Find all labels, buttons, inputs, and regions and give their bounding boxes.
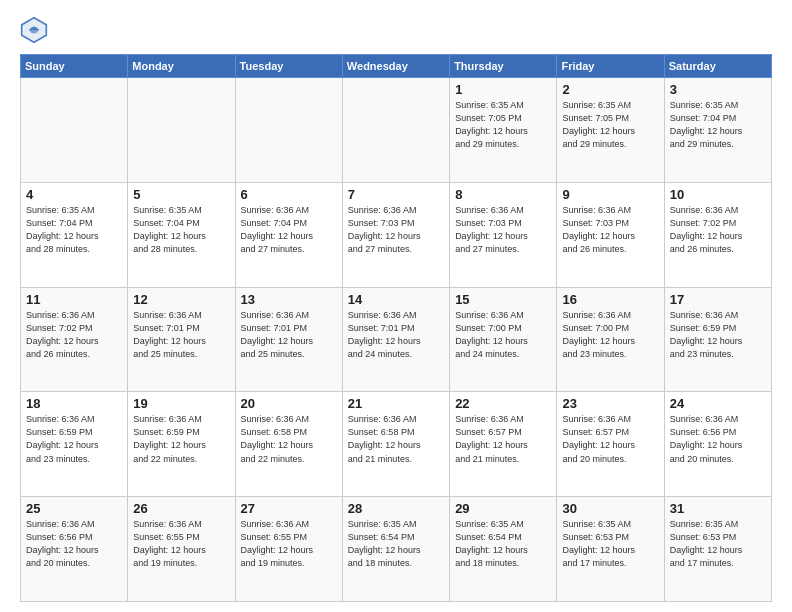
calendar-cell: 17Sunrise: 6:36 AM Sunset: 6:59 PM Dayli… <box>664 287 771 392</box>
day-info: Sunrise: 6:35 AM Sunset: 7:04 PM Dayligh… <box>26 204 122 256</box>
calendar-cell: 7Sunrise: 6:36 AM Sunset: 7:03 PM Daylig… <box>342 182 449 287</box>
day-info: Sunrise: 6:36 AM Sunset: 6:59 PM Dayligh… <box>133 413 229 465</box>
calendar-cell: 1Sunrise: 6:35 AM Sunset: 7:05 PM Daylig… <box>450 78 557 183</box>
day-info: Sunrise: 6:36 AM Sunset: 7:02 PM Dayligh… <box>670 204 766 256</box>
calendar-cell <box>342 78 449 183</box>
day-info: Sunrise: 6:36 AM Sunset: 6:56 PM Dayligh… <box>26 518 122 570</box>
logo-icon <box>20 16 48 44</box>
day-info: Sunrise: 6:35 AM Sunset: 6:53 PM Dayligh… <box>562 518 658 570</box>
calendar-cell: 23Sunrise: 6:36 AM Sunset: 6:57 PM Dayli… <box>557 392 664 497</box>
day-info: Sunrise: 6:36 AM Sunset: 7:03 PM Dayligh… <box>562 204 658 256</box>
day-number: 4 <box>26 187 122 202</box>
day-number: 22 <box>455 396 551 411</box>
weekday-header-wednesday: Wednesday <box>342 55 449 78</box>
calendar-table: SundayMondayTuesdayWednesdayThursdayFrid… <box>20 54 772 602</box>
calendar-cell: 28Sunrise: 6:35 AM Sunset: 6:54 PM Dayli… <box>342 497 449 602</box>
day-info: Sunrise: 6:36 AM Sunset: 6:55 PM Dayligh… <box>241 518 337 570</box>
day-number: 11 <box>26 292 122 307</box>
day-info: Sunrise: 6:35 AM Sunset: 7:04 PM Dayligh… <box>670 99 766 151</box>
day-info: Sunrise: 6:36 AM Sunset: 6:59 PM Dayligh… <box>670 309 766 361</box>
day-number: 9 <box>562 187 658 202</box>
day-number: 3 <box>670 82 766 97</box>
day-number: 10 <box>670 187 766 202</box>
calendar-cell: 20Sunrise: 6:36 AM Sunset: 6:58 PM Dayli… <box>235 392 342 497</box>
week-row-3: 11Sunrise: 6:36 AM Sunset: 7:02 PM Dayli… <box>21 287 772 392</box>
weekday-header-saturday: Saturday <box>664 55 771 78</box>
day-number: 25 <box>26 501 122 516</box>
day-info: Sunrise: 6:35 AM Sunset: 7:05 PM Dayligh… <box>455 99 551 151</box>
day-number: 31 <box>670 501 766 516</box>
day-number: 26 <box>133 501 229 516</box>
calendar-cell: 8Sunrise: 6:36 AM Sunset: 7:03 PM Daylig… <box>450 182 557 287</box>
calendar-cell: 26Sunrise: 6:36 AM Sunset: 6:55 PM Dayli… <box>128 497 235 602</box>
week-row-5: 25Sunrise: 6:36 AM Sunset: 6:56 PM Dayli… <box>21 497 772 602</box>
calendar-cell: 18Sunrise: 6:36 AM Sunset: 6:59 PM Dayli… <box>21 392 128 497</box>
day-number: 24 <box>670 396 766 411</box>
header <box>20 16 772 44</box>
day-info: Sunrise: 6:36 AM Sunset: 6:57 PM Dayligh… <box>562 413 658 465</box>
calendar-cell: 31Sunrise: 6:35 AM Sunset: 6:53 PM Dayli… <box>664 497 771 602</box>
calendar-cell: 30Sunrise: 6:35 AM Sunset: 6:53 PM Dayli… <box>557 497 664 602</box>
day-number: 1 <box>455 82 551 97</box>
day-info: Sunrise: 6:36 AM Sunset: 6:57 PM Dayligh… <box>455 413 551 465</box>
calendar-cell: 13Sunrise: 6:36 AM Sunset: 7:01 PM Dayli… <box>235 287 342 392</box>
calendar-cell: 9Sunrise: 6:36 AM Sunset: 7:03 PM Daylig… <box>557 182 664 287</box>
day-number: 19 <box>133 396 229 411</box>
day-number: 13 <box>241 292 337 307</box>
week-row-1: 1Sunrise: 6:35 AM Sunset: 7:05 PM Daylig… <box>21 78 772 183</box>
day-number: 15 <box>455 292 551 307</box>
day-info: Sunrise: 6:35 AM Sunset: 6:54 PM Dayligh… <box>348 518 444 570</box>
calendar-cell <box>128 78 235 183</box>
day-info: Sunrise: 6:36 AM Sunset: 7:04 PM Dayligh… <box>241 204 337 256</box>
day-info: Sunrise: 6:35 AM Sunset: 7:04 PM Dayligh… <box>133 204 229 256</box>
day-info: Sunrise: 6:36 AM Sunset: 6:58 PM Dayligh… <box>348 413 444 465</box>
calendar-cell: 14Sunrise: 6:36 AM Sunset: 7:01 PM Dayli… <box>342 287 449 392</box>
logo <box>20 16 52 44</box>
calendar-cell: 4Sunrise: 6:35 AM Sunset: 7:04 PM Daylig… <box>21 182 128 287</box>
day-number: 30 <box>562 501 658 516</box>
day-info: Sunrise: 6:36 AM Sunset: 7:03 PM Dayligh… <box>348 204 444 256</box>
calendar-cell <box>21 78 128 183</box>
day-info: Sunrise: 6:36 AM Sunset: 6:55 PM Dayligh… <box>133 518 229 570</box>
calendar-cell: 12Sunrise: 6:36 AM Sunset: 7:01 PM Dayli… <box>128 287 235 392</box>
day-info: Sunrise: 6:36 AM Sunset: 7:01 PM Dayligh… <box>348 309 444 361</box>
day-info: Sunrise: 6:36 AM Sunset: 7:01 PM Dayligh… <box>241 309 337 361</box>
weekday-header-sunday: Sunday <box>21 55 128 78</box>
calendar-cell: 15Sunrise: 6:36 AM Sunset: 7:00 PM Dayli… <box>450 287 557 392</box>
calendar-cell: 16Sunrise: 6:36 AM Sunset: 7:00 PM Dayli… <box>557 287 664 392</box>
day-info: Sunrise: 6:36 AM Sunset: 7:00 PM Dayligh… <box>455 309 551 361</box>
day-number: 28 <box>348 501 444 516</box>
day-number: 5 <box>133 187 229 202</box>
calendar-cell: 22Sunrise: 6:36 AM Sunset: 6:57 PM Dayli… <box>450 392 557 497</box>
weekday-header-thursday: Thursday <box>450 55 557 78</box>
day-info: Sunrise: 6:36 AM Sunset: 6:58 PM Dayligh… <box>241 413 337 465</box>
day-info: Sunrise: 6:36 AM Sunset: 7:00 PM Dayligh… <box>562 309 658 361</box>
calendar-body: 1Sunrise: 6:35 AM Sunset: 7:05 PM Daylig… <box>21 78 772 602</box>
calendar-cell: 6Sunrise: 6:36 AM Sunset: 7:04 PM Daylig… <box>235 182 342 287</box>
calendar-cell: 24Sunrise: 6:36 AM Sunset: 6:56 PM Dayli… <box>664 392 771 497</box>
day-number: 2 <box>562 82 658 97</box>
day-number: 7 <box>348 187 444 202</box>
day-info: Sunrise: 6:35 AM Sunset: 7:05 PM Dayligh… <box>562 99 658 151</box>
week-row-2: 4Sunrise: 6:35 AM Sunset: 7:04 PM Daylig… <box>21 182 772 287</box>
day-number: 21 <box>348 396 444 411</box>
day-info: Sunrise: 6:35 AM Sunset: 6:53 PM Dayligh… <box>670 518 766 570</box>
calendar-cell: 25Sunrise: 6:36 AM Sunset: 6:56 PM Dayli… <box>21 497 128 602</box>
calendar-cell: 10Sunrise: 6:36 AM Sunset: 7:02 PM Dayli… <box>664 182 771 287</box>
calendar-cell <box>235 78 342 183</box>
day-number: 6 <box>241 187 337 202</box>
day-number: 16 <box>562 292 658 307</box>
day-number: 8 <box>455 187 551 202</box>
calendar-cell: 29Sunrise: 6:35 AM Sunset: 6:54 PM Dayli… <box>450 497 557 602</box>
calendar-header: SundayMondayTuesdayWednesdayThursdayFrid… <box>21 55 772 78</box>
day-number: 14 <box>348 292 444 307</box>
day-info: Sunrise: 6:36 AM Sunset: 7:03 PM Dayligh… <box>455 204 551 256</box>
calendar-cell: 21Sunrise: 6:36 AM Sunset: 6:58 PM Dayli… <box>342 392 449 497</box>
day-number: 18 <box>26 396 122 411</box>
weekday-header-tuesday: Tuesday <box>235 55 342 78</box>
day-number: 12 <box>133 292 229 307</box>
day-number: 27 <box>241 501 337 516</box>
day-info: Sunrise: 6:36 AM Sunset: 6:56 PM Dayligh… <box>670 413 766 465</box>
calendar-cell: 27Sunrise: 6:36 AM Sunset: 6:55 PM Dayli… <box>235 497 342 602</box>
day-info: Sunrise: 6:35 AM Sunset: 6:54 PM Dayligh… <box>455 518 551 570</box>
